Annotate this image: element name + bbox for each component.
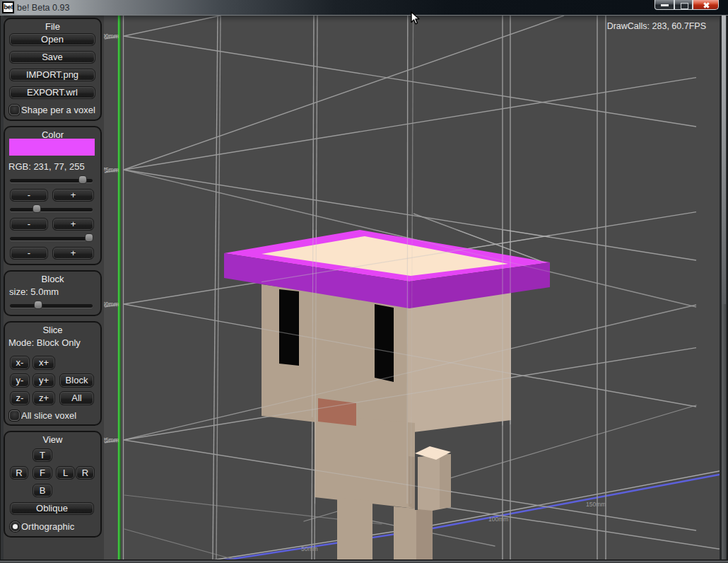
svg-text:150mm: 150mm (586, 501, 606, 508)
svg-text:DrawCalls: 283, 60.7FPS: DrawCalls: 283, 60.7FPS (607, 21, 706, 31)
svg-text:50mm: 50mm (301, 545, 318, 552)
svg-text:100mm: 100mm (488, 516, 508, 523)
